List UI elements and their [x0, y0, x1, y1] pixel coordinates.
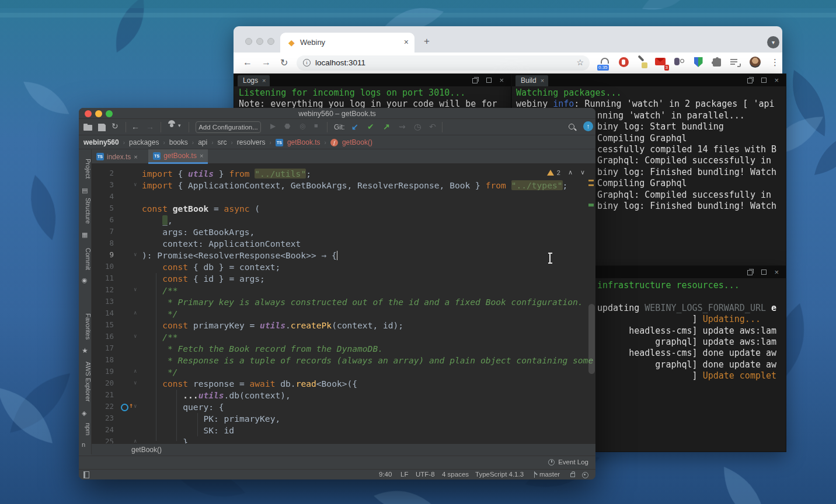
- toolwindow-toggle-icon[interactable]: [83, 471, 89, 478]
- bookmark-star-icon[interactable]: ☆: [576, 58, 584, 67]
- tab-search-chevron[interactable]: ▾: [767, 36, 779, 48]
- code-line[interactable]: 17 * Fetch the Book record from the Dyna…: [92, 343, 595, 355]
- tool-stripe-project[interactable]: Project: [79, 152, 92, 186]
- code-line[interactable]: 18 * Response is a tuple of records (alw…: [92, 355, 595, 366]
- fold-marker-icon[interactable]: ∨: [134, 181, 137, 187]
- profile-avatar[interactable]: [750, 57, 761, 68]
- history-clock-icon[interactable]: ◷: [414, 122, 421, 131]
- close-window-icon[interactable]: ×: [774, 77, 779, 83]
- tab-close-icon[interactable]: ×: [541, 77, 544, 84]
- maximize-window-icon[interactable]: [761, 78, 767, 83]
- code-line[interactable]: 19∧ */: [92, 366, 595, 378]
- terminal-tab-logs[interactable]: Logs×: [238, 75, 270, 86]
- line-ending[interactable]: LF: [400, 471, 408, 478]
- back-navigate-icon[interactable]: ←: [131, 122, 140, 131]
- git-branch-name[interactable]: master: [539, 471, 560, 478]
- site-info-icon[interactable]: i: [303, 59, 311, 66]
- git-commit-icon[interactable]: ✔: [367, 122, 374, 131]
- git-branch-icon[interactable]: [531, 471, 538, 478]
- restore-window-icon[interactable]: [472, 77, 479, 83]
- terminal-tab-build[interactable]: Build×: [515, 75, 548, 86]
- maximize-window-icon[interactable]: [486, 78, 492, 83]
- fold-marker-icon[interactable]: ∧: [134, 368, 137, 374]
- git-update-icon[interactable]: ↙: [351, 122, 358, 131]
- fold-marker-icon[interactable]: ∧: [134, 438, 137, 443]
- editor-tab-getbook-ts[interactable]: TSgetBook.ts×: [148, 149, 208, 164]
- add-configuration-button[interactable]: Add Configuration...: [196, 121, 261, 133]
- browser-close-button[interactable]: [245, 38, 252, 45]
- code-line[interactable]: 23 PK: primaryKey,: [92, 413, 595, 425]
- code-line[interactable]: 6 _,: [92, 215, 595, 226]
- tool-stripe-structure[interactable]: Structure: [79, 191, 92, 230]
- warning-stripe-mark[interactable]: [588, 180, 594, 181]
- playlist-icon[interactable]: [730, 57, 741, 68]
- sync-icon[interactable]: ↻: [112, 121, 119, 131]
- terminal-tab-bar[interactable]: Build× ×: [512, 74, 786, 86]
- indent-setting[interactable]: 4 spaces: [442, 471, 469, 478]
- tab-close-icon[interactable]: ×: [404, 37, 409, 47]
- code-line[interactable]: 21 ...utils.db(context),: [92, 390, 595, 401]
- editor-scrollbar[interactable]: [588, 304, 595, 374]
- terminal-tab-bar[interactable]: Logs× ×: [234, 74, 511, 86]
- code-line[interactable]: 11 const { id } = args;: [92, 273, 595, 285]
- restore-window-icon[interactable]: [747, 269, 754, 275]
- tool-stripe-npm[interactable]: npm: [79, 419, 92, 440]
- new-tab-button[interactable]: +: [424, 36, 430, 47]
- browser-menu-icon[interactable]: ⋮: [771, 57, 779, 68]
- code-line[interactable]: 9∨): Promise<ResolverResponse<Book>> ⇒ {: [92, 250, 595, 261]
- fold-marker-icon[interactable]: ∨: [134, 286, 137, 292]
- fold-marker-icon[interactable]: ∨: [134, 333, 137, 339]
- code-line[interactable]: 24 SK: id: [92, 425, 595, 436]
- meter-extension-icon[interactable]: 0.35: [599, 57, 611, 68]
- code-line[interactable]: 25∧ }: [92, 436, 595, 443]
- gutter-stream-icon[interactable]: ↑: [121, 403, 134, 411]
- code-editor[interactable]: 2import { utils } from "../utils";3∨impo…: [92, 164, 595, 443]
- stop-icon[interactable]: ■: [314, 122, 318, 129]
- code-line[interactable]: 4: [92, 191, 595, 203]
- code-line[interactable]: 13 * Primary key is always constructed o…: [92, 296, 595, 308]
- address-bar[interactable]: i localhost:3011 ☆: [297, 55, 590, 71]
- code-line[interactable]: 5const getBook = async (: [92, 203, 595, 215]
- rollback-icon[interactable]: ↶: [429, 122, 436, 131]
- breadcrumb-item-books[interactable]: books: [169, 138, 188, 146]
- change-stripe-mark[interactable]: [588, 204, 594, 206]
- back-icon[interactable]: ←: [243, 57, 252, 68]
- update-available-icon[interactable]: ↑: [583, 121, 593, 131]
- code-line[interactable]: 2import { utils } from "../utils";: [92, 168, 595, 180]
- fold-marker-icon[interactable]: ∧: [134, 310, 137, 316]
- inspection-widget[interactable]: 2 ∧ ∨: [547, 169, 585, 176]
- breadcrumb-item-src[interactable]: src: [218, 138, 227, 146]
- tool-stripe-favorites[interactable]: Favorites: [79, 308, 92, 345]
- tool-stripe-commit[interactable]: Commit: [79, 243, 92, 275]
- fold-marker-icon[interactable]: ∨: [134, 380, 137, 386]
- warning-stripe-mark[interactable]: [588, 184, 594, 186]
- cherry-pick-icon[interactable]: ⇝: [399, 122, 406, 131]
- close-window-icon[interactable]: ×: [499, 77, 504, 83]
- run-icon[interactable]: ▶: [270, 122, 276, 130]
- forward-navigate-icon[interactable]: →: [146, 122, 154, 131]
- code-line[interactable]: 22∨↑ query: {: [92, 401, 595, 413]
- tab-close-icon[interactable]: ×: [200, 152, 203, 159]
- breadcrumb-item-getbook-ts[interactable]: getBook.ts: [287, 138, 321, 146]
- restore-window-icon[interactable]: [747, 77, 754, 83]
- highlighting-level-icon[interactable]: [582, 472, 588, 478]
- file-encoding[interactable]: UTF-8: [416, 471, 435, 478]
- breadcrumb-item-api[interactable]: api: [198, 138, 207, 146]
- code-line[interactable]: 12∨ /**: [92, 285, 595, 296]
- editor-tab-index-ts[interactable]: TSindex.ts×: [92, 149, 142, 164]
- debug-bug-icon[interactable]: ⬣: [284, 122, 290, 130]
- prev-warning-icon[interactable]: ∧: [568, 169, 573, 176]
- code-line[interactable]: 10 const { db } = context;: [92, 261, 595, 273]
- git-push-icon[interactable]: ↗: [383, 122, 390, 131]
- fold-marker-icon[interactable]: ∨: [134, 251, 137, 257]
- breadcrumb-item-packages[interactable]: packages: [129, 138, 159, 146]
- chevron-down-icon[interactable]: ▾: [178, 123, 181, 128]
- next-warning-icon[interactable]: ∨: [580, 169, 585, 176]
- code-line[interactable]: 14∧ */: [92, 308, 595, 320]
- colorpicker-icon[interactable]: [636, 57, 648, 68]
- event-log-button[interactable]: Event Log: [548, 459, 588, 466]
- fold-marker-icon[interactable]: ∨: [134, 403, 137, 409]
- save-all-icon[interactable]: [98, 124, 106, 131]
- mail-icon[interactable]: 3: [655, 57, 667, 68]
- ide-title-bar[interactable]: webiny560 – getBook.ts: [79, 108, 595, 119]
